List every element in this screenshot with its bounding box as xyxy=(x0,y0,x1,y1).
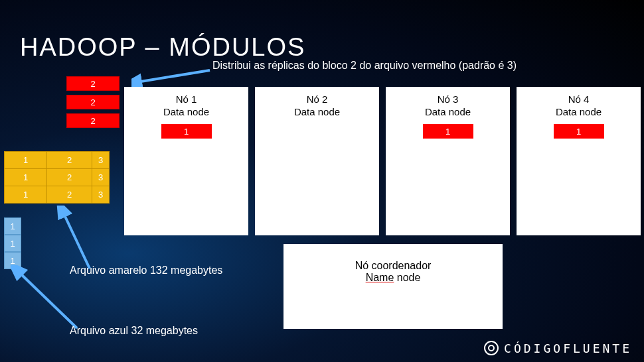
logo-ring-icon xyxy=(484,341,499,355)
yellow-cell: 2 xyxy=(47,186,92,204)
node-type: Data node xyxy=(517,106,641,117)
red-block: 2 xyxy=(66,113,120,128)
subtitle: Distribui as réplicas do bloco 2 do arqu… xyxy=(212,60,517,72)
data-node-4: Nó 4 Data node 1 xyxy=(517,87,641,235)
table-row: 1 2 3 xyxy=(5,169,110,186)
node-type: Data node xyxy=(255,106,379,117)
yellow-cell: 1 xyxy=(5,169,47,186)
yellow-file-caption: Arquivo amarelo 132 megabytes xyxy=(70,265,222,276)
red-block: 2 xyxy=(66,76,120,91)
yellow-cell: 2 xyxy=(47,152,92,169)
yellow-cell: 1 xyxy=(5,186,47,204)
node-label: Nó 3 xyxy=(386,93,510,105)
yellow-file-table: 1 2 3 1 2 3 1 2 3 xyxy=(4,151,110,204)
blue-block: 1 xyxy=(4,217,21,235)
data-node-2: Nó 2 Data node xyxy=(255,87,379,235)
coordinator-name: Name node xyxy=(283,272,503,284)
node-label: Nó 2 xyxy=(255,93,379,105)
blue-file-stack: 1 1 1 xyxy=(4,217,21,269)
arrow-subtitle-to-redstack xyxy=(131,69,211,89)
red-block-stack: 2 2 2 xyxy=(66,76,120,132)
svg-line-2 xyxy=(19,272,77,328)
node-type: Data node xyxy=(124,106,248,117)
data-node-1: Nó 1 Data node 1 xyxy=(124,87,248,235)
yellow-cell: 3 xyxy=(92,186,110,204)
yellow-cell: 1 xyxy=(5,152,47,169)
logo-text: CÓDIGOFLUENTE xyxy=(504,341,632,355)
svg-line-1 xyxy=(63,212,90,269)
node-label: Nó 4 xyxy=(517,93,641,105)
data-nodes-row: Nó 1 Data node 1 Nó 2 Data node Nó 3 Dat… xyxy=(124,87,641,235)
node-block-chip: 1 xyxy=(161,124,212,139)
blue-block: 1 xyxy=(4,235,21,252)
svg-line-0 xyxy=(137,70,210,82)
node-type: Data node xyxy=(386,106,510,117)
coordinator-name-underlined: Name xyxy=(366,272,394,283)
yellow-cell: 3 xyxy=(92,169,110,186)
red-block: 2 xyxy=(66,95,120,109)
yellow-cell: 2 xyxy=(47,169,92,186)
name-node-box: Nó coordenador Name node xyxy=(283,244,503,329)
page-title: HADOOP – MÓDULOS xyxy=(20,33,305,62)
coordinator-title: Nó coordenador xyxy=(283,260,503,272)
table-row: 1 2 3 xyxy=(5,186,110,204)
yellow-cell: 3 xyxy=(92,152,110,169)
coordinator-name-rest: node xyxy=(394,272,420,283)
node-block-chip: 1 xyxy=(423,124,473,139)
node-label: Nó 1 xyxy=(124,93,248,105)
data-node-3: Nó 3 Data node 1 xyxy=(386,87,510,235)
arrow-blue-caption xyxy=(11,265,90,332)
logo: CÓDIGOFLUENTE xyxy=(484,341,632,355)
arrow-yellow-caption xyxy=(40,206,106,272)
node-block-chip: 1 xyxy=(554,124,604,139)
table-row: 1 2 3 xyxy=(5,152,110,169)
blue-file-caption: Arquivo azul 32 megabytes xyxy=(70,325,198,337)
